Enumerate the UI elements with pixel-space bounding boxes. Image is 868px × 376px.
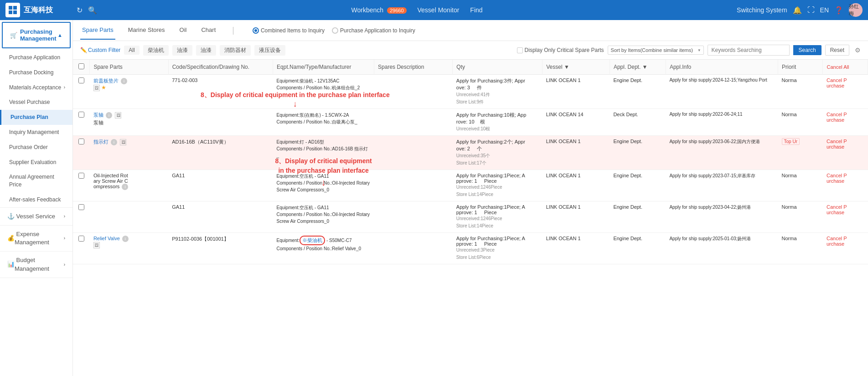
row1-parts-name[interactable]: 前盖板垫片 [93, 78, 119, 83]
filter-tag-fire[interactable]: 消防器材 [220, 45, 251, 56]
filter-all[interactable]: All [124, 46, 139, 55]
budget-arrow-icon: › [64, 262, 65, 268]
row2-qty: Apply for Purchasing:10根; App rove: 10 根… [453, 109, 542, 136]
row6-desc [374, 233, 453, 264]
refresh-icon[interactable]: ↻ [77, 6, 83, 15]
row5-appl: Apply for ship supply:2023-04-22;扬州港 [666, 201, 778, 233]
budget-icon: 📊 [7, 260, 15, 268]
row6-code: P91102-0036【001001】 [168, 233, 273, 264]
row1-info-icon[interactable]: i [121, 78, 127, 84]
row6-select[interactable] [78, 236, 84, 242]
help-icon[interactable]: ❓ [834, 6, 843, 15]
row5-select[interactable] [78, 204, 84, 210]
row2-select[interactable] [78, 112, 84, 118]
lang-selector[interactable]: EN [820, 6, 829, 14]
circled-eqpt: ※柴油机 [300, 236, 325, 245]
spare-parts-table: Spare Parts Code/Specification/Drawing N… [73, 60, 868, 264]
sidebar-item-vessel-purchase[interactable]: Vessel Purchase [0, 95, 72, 110]
row6-cancel-btn[interactable]: Cancel P urchase [827, 236, 847, 247]
row1-eqpt: Equipment:柴油机 - 12V135ACComponents / Pos… [273, 75, 374, 109]
sidebar-item-purchase-docking[interactable]: Purchase Docking [0, 65, 72, 80]
row5-cancel: Cancel P urchase [823, 201, 868, 233]
sidebar-item-materials-acceptance[interactable]: Materials Acceptance› [0, 80, 72, 95]
search-input[interactable] [708, 45, 790, 56]
filter-tag-paint2[interactable]: 油漆 [196, 45, 216, 56]
switching-system[interactable]: Switching System [737, 6, 787, 14]
search-button[interactable]: Search [793, 45, 822, 55]
settings-icon[interactable]: ⚙ [855, 46, 861, 54]
custom-filter-link[interactable]: ✏️ Custom Filter [80, 47, 120, 53]
search-icon[interactable]: 🔍 [88, 6, 97, 15]
sidebar-item-purchase-application[interactable]: Purchase Application [0, 50, 72, 65]
row2-parts-name[interactable]: 泵轴 [93, 112, 103, 118]
reset-button[interactable]: Reset [825, 45, 849, 56]
sort-select[interactable]: Sort by Items(Combine similar items) [608, 46, 704, 55]
sidebar-purchasing-header[interactable]: 🛒 PurchasingManagement ▲ [2, 22, 71, 48]
th-cancel-all: Cancel All [823, 60, 868, 75]
row5-vessel: LINK OCEAN 1 [542, 201, 610, 233]
row2-eqpt: Equipment:泵(在舱名) - 1.5CWX-2AComponents /… [273, 109, 374, 136]
row1-spare-parts: 前盖板垫片 i 🖼 ★ [90, 75, 168, 109]
row6-img-icon[interactable]: 🖼 [93, 242, 100, 248]
row1-star-icon[interactable]: ★ [101, 84, 106, 91]
row1-vessel: LINK OCEAN 1 [542, 75, 610, 109]
row3-info-icon[interactable]: i [111, 139, 117, 145]
row6-info-icon[interactable]: i [122, 236, 129, 242]
sidebar-item-after-sales-feedback[interactable]: After-sales Feedback [0, 192, 72, 207]
row1-dept: Engine Dept. [610, 75, 666, 109]
row4-qty: Apply for Purchasing:1Piece; A pprove: 1… [453, 170, 542, 201]
row3-parts-name[interactable]: 指示灯 [93, 139, 108, 144]
table-row: Oil-Injected Rotary Screw Air Compressor… [73, 170, 868, 201]
sidebar-budget-management[interactable]: 📊 Budget Management› [0, 252, 72, 277]
sidebar-vessel-service[interactable]: ⚓ Vessel Service› [0, 208, 72, 225]
find-link[interactable]: Find [470, 6, 482, 14]
expand-icon[interactable]: ⛶ [807, 6, 815, 14]
select-all-checkbox[interactable] [78, 63, 84, 69]
row3-cancel-btn[interactable]: Cancel P urchase [827, 139, 847, 149]
row3-img-icon[interactable]: 🖼 [120, 139, 126, 145]
row6-parts-name[interactable]: Relief Valve [93, 236, 120, 241]
row4-vessel: LINK OCEAN 1 [542, 170, 610, 201]
row6-qty: Apply for Purchasing:1Piece; A pprove: 1… [453, 233, 542, 264]
radio-combined[interactable]: Combined Items to Inquiry [253, 27, 325, 34]
row3-select[interactable] [78, 139, 84, 144]
expense-arrow-icon: › [64, 235, 65, 242]
row4-info-icon[interactable]: i [122, 184, 128, 190]
radio-purchase-application[interactable]: Purchase Application to Inquiry [332, 27, 415, 34]
bell-icon[interactable]: 🔔 [793, 6, 802, 15]
row1-img-icon[interactable]: 🖼 [93, 85, 100, 91]
row2-info-icon[interactable]: i [106, 112, 112, 118]
tab-spare-parts[interactable]: Spare Parts [80, 21, 115, 40]
row4-desc [374, 170, 453, 201]
row4-select[interactable] [78, 173, 84, 179]
sidebar-item-purchase-order[interactable]: Purchase Order [0, 140, 72, 155]
sidebar-item-annual-agreement-price[interactable]: Annual Agreement Price [0, 170, 72, 192]
tab-chart[interactable]: Chart [199, 21, 217, 40]
vessel-monitor-link[interactable]: Vessel Monitor [418, 6, 460, 14]
sidebar-item-purchase-plan[interactable]: Purchase Plan [0, 110, 72, 125]
filter-tag-diesel[interactable]: 柴油机 [143, 45, 169, 56]
display-critical-checkbox[interactable] [517, 47, 523, 53]
sidebar-expense-management[interactable]: 💰 Expense Management› [0, 226, 72, 251]
row2-cancel-btn[interactable]: Cancel P urchase [827, 112, 847, 123]
sidebar-item-supplier-evaluation[interactable]: Supplier Evaluation [0, 155, 72, 170]
filter-tag-hydraulic[interactable]: 液压设备 [254, 45, 285, 56]
top-badge: Top Ur [782, 138, 800, 145]
sidebar-section-vessel-service: ⚓ Vessel Service› [0, 208, 72, 226]
display-critical-label[interactable]: Display Only Critical Spare Parts [517, 47, 604, 53]
row4-eqpt: Equipment:空压机 - GA11Components / Positio… [273, 170, 374, 201]
row2-img-icon[interactable]: 🖼 [115, 112, 121, 118]
sidebar-item-inquiry-management[interactable]: Inquiry Management [0, 125, 72, 140]
top-navigation: 互海科技 ↻ 🔍 Workbench 29660 Vessel Monitor … [0, 0, 868, 20]
row5-cancel-btn[interactable]: Cancel P urchase [827, 204, 847, 215]
tab-oil[interactable]: Oil [178, 21, 189, 40]
avatar[interactable]: 孙红梅 [849, 3, 863, 17]
row1-select[interactable] [78, 77, 84, 83]
workbench-link[interactable]: Workbench 29660 [351, 6, 406, 14]
cancel-all-btn[interactable]: Cancel All [827, 64, 849, 70]
filter-tag-paint1[interactable]: 油漆 [172, 45, 192, 56]
row4-cancel-btn[interactable]: Cancel P urchase [827, 173, 847, 184]
row1-cancel-btn[interactable]: Cancel P urchase [827, 77, 847, 88]
row3-checkbox [73, 136, 90, 170]
tab-marine-stores[interactable]: Marine Stores [126, 21, 167, 40]
